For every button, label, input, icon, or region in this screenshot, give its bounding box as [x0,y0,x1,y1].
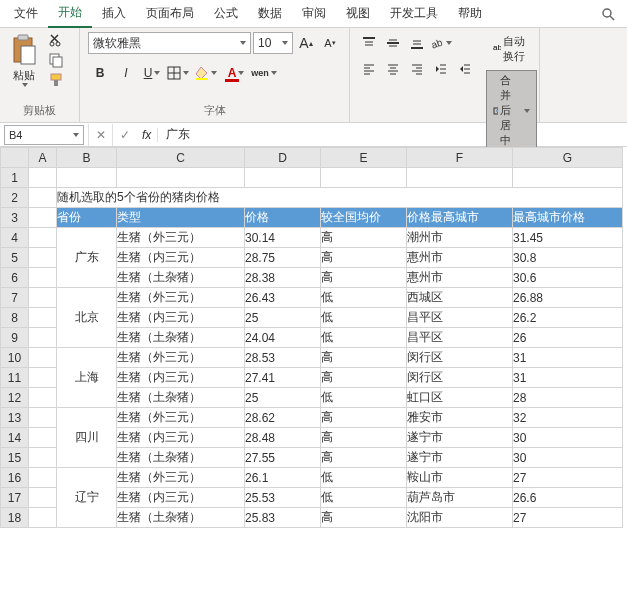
font-color-button[interactable]: A [222,62,250,84]
cell[interactable] [513,168,623,188]
table-cell[interactable]: 26.88 [513,288,623,308]
column-header[interactable]: B [57,148,117,168]
increase-font-button[interactable]: A▴ [295,32,317,54]
table-cell[interactable]: 生猪（土杂猪） [117,508,245,528]
cell[interactable] [29,468,57,488]
table-cell[interactable]: 30.6 [513,268,623,288]
cell[interactable] [29,448,57,468]
table-header-cell[interactable]: 价格 [245,208,321,228]
table-cell[interactable]: 30 [513,428,623,448]
table-cell[interactable]: 25.53 [245,488,321,508]
table-cell[interactable]: 27.55 [245,448,321,468]
row-header[interactable]: 5 [1,248,29,268]
wrap-text-button[interactable]: ab 自动换行 [486,32,537,66]
row-header[interactable]: 16 [1,468,29,488]
province-cell[interactable]: 上海 [57,348,117,408]
row-header[interactable]: 8 [1,308,29,328]
table-cell[interactable]: 高 [321,448,407,468]
table-cell[interactable]: 惠州市 [407,268,513,288]
table-cell[interactable]: 27 [513,468,623,488]
row-header[interactable]: 4 [1,228,29,248]
menu-item-8[interactable]: 开发工具 [380,0,448,27]
table-cell[interactable]: 低 [321,308,407,328]
border-button[interactable] [166,62,190,84]
menu-item-1[interactable]: 开始 [48,0,92,28]
fill-color-button[interactable] [192,62,220,84]
table-cell[interactable]: 遂宁市 [407,428,513,448]
cell[interactable] [29,488,57,508]
table-cell[interactable]: 惠州市 [407,248,513,268]
table-cell[interactable]: 低 [321,468,407,488]
province-cell[interactable]: 广东 [57,228,117,288]
paste-button[interactable]: 粘贴 [8,32,40,89]
column-header[interactable]: A [29,148,57,168]
province-cell[interactable]: 辽宁 [57,468,117,528]
menu-item-4[interactable]: 公式 [204,0,248,27]
table-cell[interactable]: 生猪（外三元） [117,348,245,368]
table-cell[interactable]: 30 [513,448,623,468]
decrease-indent-button[interactable] [430,58,452,80]
table-cell[interactable]: 生猪（外三元） [117,408,245,428]
cell[interactable] [321,168,407,188]
spreadsheet-grid[interactable]: ABCDEFG12随机选取的5个省份的猪肉价格3省份类型价格较全国均价价格最高城… [0,147,627,598]
row-header[interactable]: 17 [1,488,29,508]
cancel-formula-button[interactable]: ✕ [88,124,112,146]
table-cell[interactable]: 25 [245,308,321,328]
column-header[interactable]: E [321,148,407,168]
row-header[interactable]: 9 [1,328,29,348]
cell[interactable] [29,368,57,388]
menu-item-0[interactable]: 文件 [4,0,48,27]
increase-indent-button[interactable] [454,58,476,80]
row-header[interactable]: 14 [1,428,29,448]
table-cell[interactable]: 闵行区 [407,348,513,368]
table-cell[interactable]: 雅安市 [407,408,513,428]
row-header[interactable]: 10 [1,348,29,368]
cell[interactable] [29,408,57,428]
select-all-corner[interactable] [1,148,29,168]
row-header[interactable]: 6 [1,268,29,288]
table-cell[interactable]: 鞍山市 [407,468,513,488]
table-cell[interactable]: 高 [321,368,407,388]
table-cell[interactable]: 西城区 [407,288,513,308]
cell[interactable] [57,168,117,188]
table-header-cell[interactable]: 类型 [117,208,245,228]
table-header-cell[interactable]: 最高城市价格 [513,208,623,228]
cell[interactable] [29,248,57,268]
table-cell[interactable]: 闵行区 [407,368,513,388]
column-header[interactable]: G [513,148,623,168]
cell[interactable] [29,308,57,328]
row-header[interactable]: 1 [1,168,29,188]
table-header-cell[interactable]: 较全国均价 [321,208,407,228]
table-cell[interactable]: 26.6 [513,488,623,508]
table-cell[interactable]: 28.62 [245,408,321,428]
align-bottom-button[interactable] [406,32,428,54]
table-cell[interactable]: 25 [245,388,321,408]
row-header[interactable]: 12 [1,388,29,408]
menu-item-6[interactable]: 审阅 [292,0,336,27]
search-button[interactable] [593,3,623,25]
table-cell[interactable]: 低 [321,388,407,408]
name-box[interactable]: B4 [4,125,84,145]
cut-icon[interactable] [48,32,64,48]
cell[interactable] [29,188,57,208]
column-header[interactable]: F [407,148,513,168]
table-cell[interactable]: 31.45 [513,228,623,248]
font-size-select[interactable]: 10 [253,32,293,54]
orientation-button[interactable]: ab [430,32,452,54]
row-header[interactable]: 18 [1,508,29,528]
cell[interactable] [29,208,57,228]
table-cell[interactable]: 生猪（内三元） [117,428,245,448]
table-cell[interactable]: 生猪（土杂猪） [117,328,245,348]
table-cell[interactable]: 高 [321,428,407,448]
province-cell[interactable]: 北京 [57,288,117,348]
table-cell[interactable]: 24.04 [245,328,321,348]
column-header[interactable]: C [117,148,245,168]
decrease-font-button[interactable]: A▾ [319,32,341,54]
align-top-button[interactable] [358,32,380,54]
table-cell[interactable]: 高 [321,268,407,288]
table-cell[interactable]: 28.75 [245,248,321,268]
menu-item-5[interactable]: 数据 [248,0,292,27]
table-cell[interactable]: 30.14 [245,228,321,248]
table-cell[interactable]: 26 [513,328,623,348]
menu-item-2[interactable]: 插入 [92,0,136,27]
